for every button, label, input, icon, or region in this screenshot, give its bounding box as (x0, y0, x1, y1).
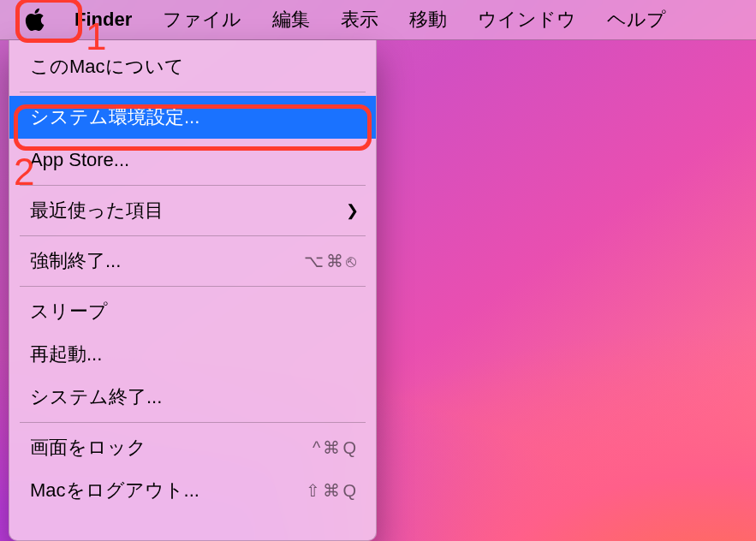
menu-item-label: App Store... (30, 149, 129, 171)
menubar-item-go[interactable]: 移動 (394, 0, 462, 39)
menu-item-recent-items[interactable]: 最近使った項目 ❯ (9, 189, 376, 232)
menu-item-about[interactable]: このMacについて (9, 45, 376, 88)
menu-item-force-quit[interactable]: 強制終了... ⌥⌘⎋ (9, 240, 376, 282)
menubar-item-view[interactable]: 表示 (325, 0, 394, 39)
menu-item-system-prefs[interactable]: システム環境設定... (9, 96, 376, 139)
chevron-right-icon: ❯ (346, 201, 359, 220)
menu-separator (20, 185, 366, 186)
menu-item-label: このMacについて (30, 54, 184, 80)
menu-shortcut: ^⌘Q (313, 437, 359, 458)
apple-menu[interactable] (15, 0, 59, 39)
desktop: Finder ファイル 編集 表示 移動 ウインドウ ヘルプ このMacについて… (0, 0, 756, 541)
apple-logo-icon (24, 7, 46, 33)
apple-menu-dropdown: このMacについて システム環境設定... App Store... 最近使った… (9, 40, 377, 541)
menu-item-label: システム環境設定... (30, 104, 199, 130)
menubar: Finder ファイル 編集 表示 移動 ウインドウ ヘルプ (0, 0, 756, 40)
menu-item-label: 強制終了... (30, 248, 121, 274)
menubar-item-window[interactable]: ウインドウ (462, 0, 592, 39)
menu-item-logout[interactable]: Macをログアウト... ⇧⌘Q (9, 469, 376, 512)
menu-item-label: 再起動... (30, 342, 102, 367)
menu-item-app-store[interactable]: App Store... (9, 139, 376, 181)
menubar-item-file[interactable]: ファイル (147, 0, 257, 39)
menu-shortcut: ⇧⌘Q (306, 480, 359, 501)
menu-separator (20, 286, 366, 287)
menu-item-label: システム終了... (30, 384, 162, 410)
menubar-item-edit[interactable]: 編集 (257, 0, 325, 39)
menu-shortcut: ⌥⌘⎋ (304, 251, 359, 271)
menu-item-shutdown[interactable]: システム終了... (9, 376, 376, 419)
menu-separator (20, 235, 366, 236)
menu-item-lock-screen[interactable]: 画面をロック ^⌘Q (9, 426, 376, 469)
menu-item-restart[interactable]: 再起動... (9, 333, 376, 376)
menu-separator (20, 422, 366, 423)
menu-item-label: スリープ (30, 299, 108, 324)
menu-separator (20, 92, 366, 92)
menu-item-label: 画面をロック (30, 435, 146, 461)
menubar-item-help[interactable]: ヘルプ (592, 0, 682, 39)
menu-item-label: Macをログアウト... (30, 478, 199, 503)
menu-item-label: 最近使った項目 (30, 198, 164, 223)
menubar-app-name[interactable]: Finder (59, 0, 147, 39)
menu-item-sleep[interactable]: スリープ (9, 290, 376, 333)
